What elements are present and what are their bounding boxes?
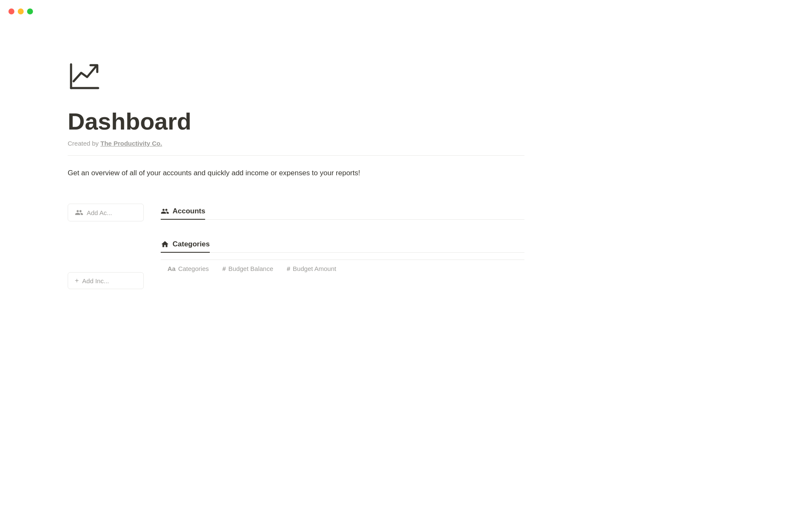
add-accounts-button[interactable]: Add Ac... [68,204,144,221]
categories-table-headers: Aa Categories # Budget Balance # Budget … [161,260,524,277]
number-icon-balance: # [222,265,226,272]
accounts-tabs: Accounts [161,204,524,220]
add-income-button[interactable]: + Add Inc... [68,272,144,289]
accounts-tab[interactable]: Accounts [161,204,205,220]
main-content: Dashboard Created by The Productivity Co… [0,0,592,365]
traffic-lights [8,8,33,14]
divider [68,155,524,156]
created-by: Created by The Productivity Co. [68,140,524,147]
page-icon [68,59,524,95]
number-icon-amount: # [287,265,290,272]
sections-area: Add Ac... + Add Inc... Accounts [68,204,524,340]
budget-amount-column-header: # Budget Amount [280,262,343,276]
accounts-tab-label: Accounts [173,207,205,215]
budget-balance-col-label: Budget Balance [228,265,273,272]
categories-tab[interactable]: Categories [161,237,210,253]
categories-col-label: Categories [178,265,209,272]
left-buttons: Add Ac... + Add Inc... [68,204,161,340]
budget-amount-col-label: Budget Amount [293,265,336,272]
right-content: Accounts Categories Aa [161,204,524,340]
close-button[interactable] [8,8,14,14]
created-by-name[interactable]: The Productivity Co. [101,140,162,147]
page-title: Dashboard [68,108,524,135]
people-icon-small [75,208,83,217]
text-type-icon: Aa [167,265,176,272]
categories-tabs: Categories [161,237,524,253]
plus-icon: + [75,277,79,284]
home-tab-icon [161,240,169,248]
budget-balance-column-header: # Budget Balance [216,262,280,276]
add-accounts-label: Add Ac... [87,209,112,216]
minimize-button[interactable] [18,8,24,14]
add-income-label: Add Inc... [82,277,109,284]
accounts-db-view: Accounts [161,204,524,220]
page-description: Get an overview of all of your accounts … [68,168,524,179]
categories-db-view: Categories Aa Categories # Budget Balanc… [161,237,524,277]
categories-tab-label: Categories [173,240,210,248]
chart-trending-icon [68,59,102,93]
created-by-prefix: Created by [68,140,101,147]
categories-column-header: Aa Categories [161,262,216,276]
people-tab-icon [161,207,169,215]
maximize-button[interactable] [27,8,33,14]
